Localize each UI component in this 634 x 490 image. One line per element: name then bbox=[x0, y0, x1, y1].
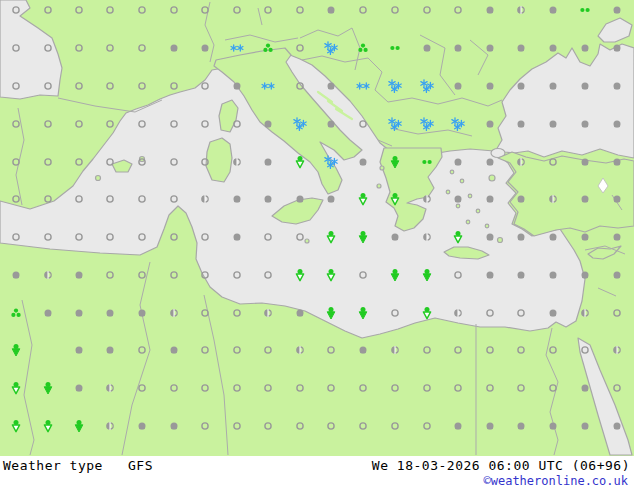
weather-symbol-c: cloudy (filled gray) bbox=[455, 83, 462, 90]
weather-symbol-c: cloudy (filled gray) bbox=[392, 234, 399, 241]
island-rhodes bbox=[498, 238, 503, 243]
weather-symbol-c: cloudy (filled gray) bbox=[518, 45, 525, 52]
weather-map-page: clear (open circle)clear (open circle)cl… bbox=[0, 0, 634, 490]
aegean-island bbox=[456, 204, 460, 208]
aegean-island bbox=[446, 190, 450, 194]
weather-symbol-c: cloudy (filled gray) bbox=[487, 83, 494, 90]
weather-symbol-c: cloudy (filled gray) bbox=[582, 45, 589, 52]
weather-symbol-c: cloudy (filled gray) bbox=[265, 159, 272, 166]
island-ibiza bbox=[96, 176, 101, 181]
weather-symbol-c: cloudy (filled gray) bbox=[518, 234, 525, 241]
ionian-island bbox=[380, 166, 384, 170]
aegean-island bbox=[485, 224, 489, 228]
weather-symbol-c: cloudy (filled gray) bbox=[518, 423, 525, 430]
footer-model-label: GFS bbox=[128, 458, 153, 473]
weather-symbol-c: cloudy (filled gray) bbox=[265, 121, 272, 128]
weather-symbol-c: cloudy (filled gray) bbox=[487, 423, 494, 430]
weather-symbol-c: cloudy (filled gray) bbox=[455, 423, 462, 430]
weather-symbol-c: cloudy (filled gray) bbox=[582, 423, 589, 430]
weather-symbol-c: cloudy (filled gray) bbox=[234, 234, 241, 241]
weather-symbol-c: cloudy (filled gray) bbox=[76, 347, 83, 354]
weather-symbol-c: cloudy (filled gray) bbox=[487, 272, 494, 279]
weather-symbol-c: cloudy (filled gray) bbox=[487, 121, 494, 128]
weather-symbol-c: cloudy (filled gray) bbox=[139, 423, 146, 430]
weather-symbol-c: cloudy (filled gray) bbox=[13, 272, 20, 279]
weather-symbol-c: cloudy (filled gray) bbox=[107, 347, 114, 354]
weather-symbol-c: cloudy (filled gray) bbox=[550, 234, 557, 241]
weather-symbol-c: cloudy (filled gray) bbox=[550, 83, 557, 90]
footer-copyright-link[interactable]: ©weatheronline.co.uk bbox=[484, 474, 629, 488]
aegean-island bbox=[460, 179, 464, 183]
weather-symbol-c: cloudy (filled gray) bbox=[297, 310, 304, 317]
weather-symbol-c: cloudy (filled gray) bbox=[614, 121, 621, 128]
weather-symbol-c: cloudy (filled gray) bbox=[234, 196, 241, 203]
weather-symbol-c: cloudy (filled gray) bbox=[487, 159, 494, 166]
weather-map: clear (open circle)clear (open circle)cl… bbox=[0, 0, 634, 456]
weather-symbol-c: cloudy (filled gray) bbox=[550, 423, 557, 430]
weather-symbol-c: cloudy (filled gray) bbox=[582, 385, 589, 392]
aegean-island bbox=[468, 194, 472, 198]
weather-symbol-c: cloudy (filled gray) bbox=[234, 83, 241, 90]
weather-symbol-c: cloudy (filled gray) bbox=[614, 45, 621, 52]
weather-symbol-c: cloudy (filled gray) bbox=[171, 45, 178, 52]
weather-symbol-c: cloudy (filled gray) bbox=[328, 121, 335, 128]
weather-symbol-c: cloudy (filled gray) bbox=[76, 385, 83, 392]
weather-symbol-c: cloudy (filled gray) bbox=[550, 121, 557, 128]
weather-symbol-c: cloudy (filled gray) bbox=[171, 347, 178, 354]
footer-parameter-label: Weather type bbox=[3, 458, 103, 473]
aegean-island bbox=[466, 220, 470, 224]
weather-symbol-c: cloudy (filled gray) bbox=[76, 310, 83, 317]
weather-symbol-c: cloudy (filled gray) bbox=[614, 159, 621, 166]
map-footer: Weather type GFS We 18-03-2026 06:00 UTC… bbox=[0, 456, 634, 490]
weather-symbol-c: cloudy (filled gray) bbox=[614, 423, 621, 430]
weather-symbol-c: cloudy (filled gray) bbox=[614, 7, 621, 14]
aegean-island bbox=[476, 209, 480, 213]
weather-symbol-c: cloudy (filled gray) bbox=[518, 121, 525, 128]
weather-symbol-c: cloudy (filled gray) bbox=[550, 272, 557, 279]
weather-symbol-c: cloudy (filled gray) bbox=[455, 196, 462, 203]
aegean-island bbox=[450, 170, 454, 174]
weather-symbol-c: cloudy (filled gray) bbox=[550, 45, 557, 52]
weather-symbol-c: cloudy (filled gray) bbox=[328, 196, 335, 203]
weather-symbol-c: cloudy (filled gray) bbox=[487, 7, 494, 14]
weather-symbol-c: cloudy (filled gray) bbox=[139, 310, 146, 317]
weather-symbol-c: cloudy (filled gray) bbox=[518, 83, 525, 90]
weather-symbol-c: cloudy (filled gray) bbox=[360, 347, 367, 354]
weather-symbol-c: cloudy (filled gray) bbox=[487, 196, 494, 203]
weather-symbol-c: cloudy (filled gray) bbox=[582, 83, 589, 90]
weather-symbol-c: cloudy (filled gray) bbox=[582, 234, 589, 241]
island-sardinia bbox=[206, 138, 232, 182]
weather-symbol-c: cloudy (filled gray) bbox=[550, 310, 557, 317]
weather-symbol-c: cloudy (filled gray) bbox=[76, 272, 83, 279]
weather-symbol-c: cloudy (filled gray) bbox=[487, 45, 494, 52]
weather-symbol-c: cloudy (filled gray) bbox=[487, 234, 494, 241]
weather-symbol-c: cloudy (filled gray) bbox=[550, 7, 557, 14]
weather-symbol-c: cloudy (filled gray) bbox=[518, 272, 525, 279]
weather-symbol-c: cloudy (filled gray) bbox=[614, 234, 621, 241]
weather-symbol-c: cloudy (filled gray) bbox=[614, 83, 621, 90]
weather-symbol-c: cloudy (filled gray) bbox=[614, 196, 621, 203]
weather-symbol-c: cloudy (filled gray) bbox=[582, 159, 589, 166]
weather-symbol-c: cloudy (filled gray) bbox=[328, 7, 335, 14]
weather-symbol-c: cloudy (filled gray) bbox=[582, 121, 589, 128]
island-lesbos bbox=[489, 175, 495, 181]
weather-symbol-c: cloudy (filled gray) bbox=[328, 83, 335, 90]
weather-symbol-c: cloudy (filled gray) bbox=[582, 272, 589, 279]
weather-symbol-c: cloudy (filled gray) bbox=[171, 423, 178, 430]
weather-symbol-c: cloudy (filled gray) bbox=[424, 45, 431, 52]
footer-datetime-label: We 18-03-2026 06:00 UTC (06+96) bbox=[372, 458, 630, 473]
weather-symbol-c: cloudy (filled gray) bbox=[265, 196, 272, 203]
ionian-island bbox=[377, 184, 381, 188]
island-malta bbox=[305, 239, 309, 243]
weather-symbol-c: cloudy (filled gray) bbox=[297, 196, 304, 203]
weather-symbol-c: cloudy (filled gray) bbox=[518, 196, 525, 203]
weather-symbol-c: cloudy (filled gray) bbox=[614, 272, 621, 279]
weather-symbol-c: cloudy (filled gray) bbox=[582, 196, 589, 203]
weather-symbol-c: cloudy (filled gray) bbox=[455, 45, 462, 52]
weather-symbol-c: cloudy (filled gray) bbox=[455, 159, 462, 166]
weather-symbol-c: cloudy (filled gray) bbox=[107, 310, 114, 317]
weather-symbol-c: cloudy (filled gray) bbox=[202, 45, 209, 52]
weather-symbol-c: cloudy (filled gray) bbox=[360, 159, 367, 166]
weather-symbol-c: cloudy (filled gray) bbox=[45, 310, 52, 317]
